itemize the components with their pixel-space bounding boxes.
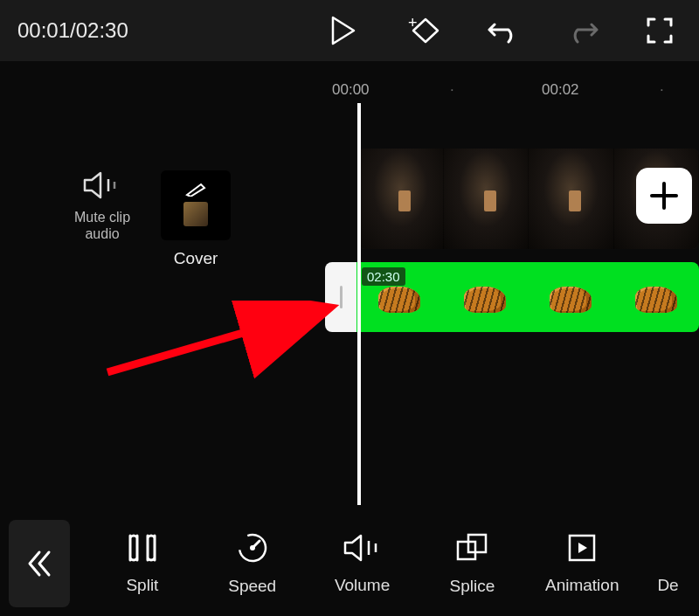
fullscreen-button[interactable] — [647, 17, 673, 44]
mute-label: Mute clip audio — [74, 209, 130, 242]
cover-button[interactable]: Cover — [161, 170, 231, 269]
overlay-frame — [613, 262, 699, 332]
splice-icon — [454, 531, 489, 564]
left-tools: Mute clip audio Cover — [74, 170, 231, 269]
time-display: 00:01/02:30 — [17, 18, 128, 43]
current-time: 00:01 — [17, 18, 70, 42]
chevron-double-left-icon — [26, 549, 52, 578]
clip-trim-handle-left[interactable] — [325, 262, 356, 332]
ruler-dot: · — [450, 81, 454, 99]
play-button[interactable] — [330, 16, 356, 45]
ruler-tick-1: 00:02 — [542, 81, 579, 99]
split-tool[interactable]: Split — [100, 532, 183, 595]
speed-tool[interactable]: Speed — [211, 531, 294, 596]
svg-marker-0 — [333, 17, 354, 44]
pencil-icon — [185, 183, 206, 197]
delete-tool[interactable]: De — [651, 532, 686, 595]
cover-label: Cover — [174, 249, 218, 269]
overlay-track[interactable]: 02:30 — [325, 262, 699, 332]
overlay-frame — [356, 262, 442, 332]
split-label: Split — [126, 576, 158, 595]
svg-rect-14 — [468, 535, 486, 552]
speed-icon — [236, 531, 269, 564]
timeline-area: Mute clip audio Cover — [0, 149, 699, 358]
bottom-toolbar: Split Speed Volume Splice — [0, 511, 699, 616]
animation-icon — [566, 532, 598, 564]
total-time: 02:30 — [76, 18, 128, 42]
overlay-frame — [528, 262, 613, 332]
video-frame — [529, 149, 614, 249]
svg-marker-16 — [578, 543, 587, 553]
add-clip-button[interactable] — [636, 168, 692, 224]
mute-clip-audio-button[interactable]: Mute clip audio — [74, 170, 130, 242]
top-controls: + — [330, 16, 682, 45]
split-icon — [125, 532, 160, 564]
playhead[interactable] — [357, 103, 361, 505]
delete-label: De — [657, 576, 678, 595]
ruler-tick-0: 00:00 — [332, 81, 370, 99]
svg-point-10 — [250, 545, 255, 550]
ruler-dot: · — [660, 81, 664, 99]
back-button[interactable] — [9, 520, 70, 607]
speaker-icon — [82, 170, 122, 200]
overlay-frame — [442, 262, 528, 332]
keyframe-add-button[interactable]: + — [405, 16, 439, 45]
speed-label: Speed — [228, 577, 276, 596]
volume-label: Volume — [335, 576, 390, 595]
cover-thumbnail — [183, 202, 208, 226]
top-bar: 00:01/02:30 + — [0, 0, 699, 61]
video-frame — [358, 149, 444, 249]
splice-label: Splice — [450, 577, 495, 596]
animation-label: Animation — [545, 576, 619, 595]
volume-tool[interactable]: Volume — [321, 532, 404, 595]
tool-row: Split Speed Volume Splice — [87, 531, 699, 596]
video-frame — [444, 149, 529, 249]
green-screen-clip[interactable]: 02:30 — [356, 262, 699, 332]
splice-tool[interactable]: Splice — [431, 531, 514, 596]
timeline-ruler[interactable]: 00:00 · 00:02 · — [323, 77, 699, 103]
undo-button[interactable] — [488, 17, 519, 44]
timeline-tracks — [358, 149, 699, 249]
animation-tool[interactable]: Animation — [541, 532, 624, 595]
volume-icon — [342, 532, 384, 564]
cover-thumb-box — [161, 170, 231, 240]
svg-rect-13 — [458, 542, 475, 559]
plus-icon — [648, 180, 680, 211]
redo-button[interactable] — [567, 17, 599, 44]
